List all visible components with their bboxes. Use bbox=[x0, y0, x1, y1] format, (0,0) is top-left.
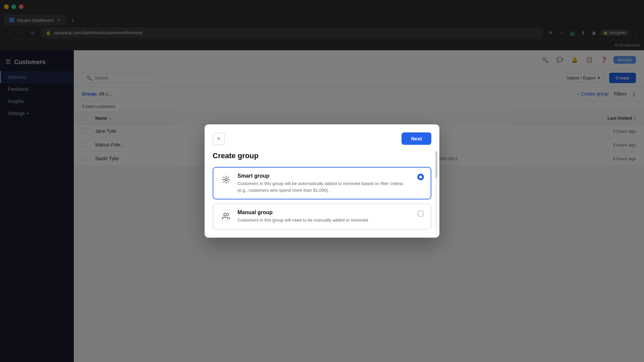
manual-group-option[interactable]: Manual group Customers in this group wil… bbox=[213, 203, 431, 230]
smart-group-radio[interactable] bbox=[417, 174, 424, 180]
smart-group-title: Smart group bbox=[237, 173, 412, 179]
modal-close-button[interactable]: × bbox=[213, 133, 225, 145]
group-options: Smart group Customers in this group will… bbox=[213, 167, 431, 230]
manual-group-radio[interactable] bbox=[417, 210, 424, 217]
modal-title: Create group bbox=[213, 152, 431, 160]
manual-group-description: Customers in this group will need to be … bbox=[237, 217, 412, 224]
svg-point-1 bbox=[224, 213, 226, 216]
close-icon: × bbox=[217, 136, 220, 142]
smart-group-content: Smart group Customers in this group will… bbox=[237, 173, 412, 193]
modal-scrollbar-thumb bbox=[435, 151, 437, 178]
modal-overlay[interactable]: × Next Create group Smart group Customer… bbox=[0, 0, 644, 362]
create-group-modal: × Next Create group Smart group Customer… bbox=[205, 124, 439, 238]
manual-group-title: Manual group bbox=[237, 209, 412, 216]
manual-group-icon bbox=[220, 210, 232, 222]
smart-group-option[interactable]: Smart group Customers in this group will… bbox=[213, 167, 431, 199]
svg-point-0 bbox=[225, 179, 227, 181]
smart-group-description: Customers in this group will be automati… bbox=[237, 180, 412, 193]
modal-next-button[interactable]: Next bbox=[401, 132, 431, 145]
modal-scrollbar[interactable] bbox=[435, 151, 437, 231]
manual-group-content: Manual group Customers in this group wil… bbox=[237, 209, 412, 224]
smart-group-icon bbox=[220, 174, 232, 186]
modal-header: × Next bbox=[213, 132, 431, 145]
